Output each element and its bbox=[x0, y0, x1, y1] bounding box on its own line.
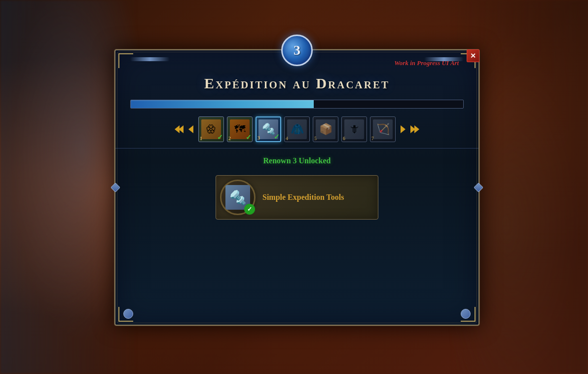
icon-1-check: ✓ bbox=[217, 133, 223, 142]
icon-3-check: ✓ bbox=[274, 133, 280, 141]
icon-2-num: 2 bbox=[228, 136, 231, 141]
level-badge: 3 bbox=[281, 35, 313, 66]
next-arrow bbox=[401, 125, 405, 133]
icon-4-img: 🧥 bbox=[287, 119, 307, 139]
bottom-gem-right bbox=[461, 309, 471, 319]
close-button[interactable]: ✕ bbox=[467, 49, 479, 62]
icon-2-check: ✓ bbox=[246, 133, 252, 142]
reward-icon-1[interactable]: 🏵 1 ✓ bbox=[198, 116, 224, 142]
icon-3-num: 3 bbox=[257, 135, 260, 141]
reward-icon-3[interactable]: 🔩 3 ✓ bbox=[256, 116, 281, 142]
reward-icon-6[interactable]: 🗡 6 bbox=[341, 116, 367, 142]
prev-skip-arrow-2 bbox=[179, 125, 184, 133]
icon-1-num: 1 bbox=[200, 136, 202, 141]
icon-7-img: 🏹 bbox=[373, 119, 393, 139]
prev-button[interactable] bbox=[188, 125, 193, 133]
rewards-icons-row: 🏵 1 ✓ 🗺 2 ✓ 🔩 3 ✓ 🧥 4 bbox=[198, 116, 396, 142]
wip-notice: Work in Progress UI Art bbox=[394, 59, 459, 67]
next-button[interactable] bbox=[401, 125, 405, 133]
reward-icon-2[interactable]: 🗺 2 ✓ bbox=[227, 116, 253, 142]
next-skip-arrow-2 bbox=[414, 125, 419, 133]
reward-icon-large: 🔩 ✓ bbox=[220, 180, 256, 215]
renown-unlocked-text: Renown 3 Unlocked bbox=[130, 156, 464, 165]
reward-name: Simple Expedition Tools bbox=[262, 193, 344, 202]
prev-arrow bbox=[188, 125, 193, 133]
dialog-title: Expédition au Dracaret bbox=[115, 75, 478, 92]
icon-5-img: 📦 bbox=[316, 119, 335, 139]
top-deco-left bbox=[130, 57, 170, 61]
next-skip-button[interactable] bbox=[410, 125, 419, 133]
bottom-gem-left bbox=[123, 309, 133, 319]
reward-card[interactable]: 🔩 ✓ Simple Expedition Tools bbox=[216, 175, 378, 220]
icon-7-num: 7 bbox=[371, 136, 374, 141]
icon-6-num: 6 bbox=[343, 136, 345, 141]
icon-6-img: 🗡 bbox=[344, 119, 364, 139]
content-area: Renown 3 Unlocked 🔩 ✓ Simple Expedition … bbox=[115, 149, 478, 227]
nav-section: 🏵 1 ✓ 🗺 2 ✓ 🔩 3 ✓ 🧥 4 bbox=[115, 116, 478, 142]
prev-skip-button[interactable] bbox=[175, 125, 184, 133]
progress-bar bbox=[130, 100, 464, 109]
reward-check-mark: ✓ bbox=[244, 204, 255, 215]
reward-icon-7[interactable]: 🏹 7 bbox=[370, 116, 396, 142]
dialog-window: ✕ 3 Work in Progress UI Art Expédition a… bbox=[114, 49, 479, 326]
progress-fill bbox=[131, 100, 314, 108]
level-number: 3 bbox=[294, 42, 300, 58]
reward-icon-5[interactable]: 📦 5 bbox=[313, 116, 338, 142]
reward-icon-4[interactable]: 🧥 4 bbox=[284, 116, 310, 142]
icon-4-num: 4 bbox=[286, 136, 288, 141]
icon-5-num: 5 bbox=[314, 136, 317, 141]
